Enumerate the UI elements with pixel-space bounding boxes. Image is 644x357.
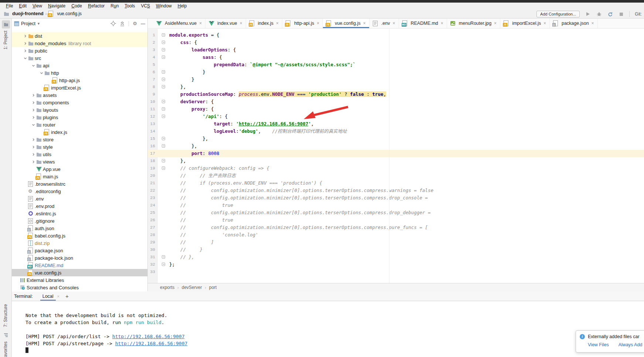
project-tool-window-button-icon[interactable] — [2, 20, 10, 28]
tree-item-utils[interactable]: utils — [12, 151, 147, 158]
code-line-7[interactable]: 7 } — [148, 76, 644, 83]
chevron-collapsed-icon[interactable] — [30, 93, 36, 97]
fold-marker-icon[interactable] — [162, 70, 165, 74]
code-line-18[interactable]: 18 }, — [148, 157, 644, 165]
menu-edit[interactable]: Edit — [16, 3, 30, 10]
tree-item-plugins[interactable]: plugins — [12, 114, 147, 121]
terminal-link[interactable]: http://192.168.66.56:9007 — [115, 341, 188, 346]
chevron-collapsed-icon[interactable] — [30, 101, 36, 105]
code-line-9[interactable]: 9 productionSourceMap: process.env.NODE_… — [148, 91, 644, 98]
menu-help[interactable]: Help — [175, 3, 190, 10]
fold-marker-icon[interactable] — [162, 78, 165, 81]
code-line-16[interactable]: 16 }, — [148, 142, 644, 150]
git-branch-widget[interactable]: Git: — [635, 11, 642, 17]
tree-item-public[interactable]: public — [12, 47, 147, 54]
editor-breadcrumb-port[interactable]: port — [209, 285, 217, 290]
tree-item-components[interactable]: components — [12, 99, 147, 106]
chevron-expanded-icon[interactable] — [22, 56, 28, 60]
update-project-icon[interactable] — [607, 11, 613, 17]
tree-item-external-libraries[interactable]: External Libraries — [12, 276, 147, 284]
tree-item-eslintrc-js[interactable]: .eslintrc.js — [12, 210, 147, 217]
tree-item-env-prod[interactable]: .env.prod — [12, 202, 147, 210]
code-line-15[interactable]: 15 }, — [148, 135, 644, 142]
editor-tab-vue-config-js[interactable]: JSvue.config.js× — [323, 18, 369, 28]
editor-breadcrumb-devserver[interactable]: devServer — [182, 285, 202, 290]
fold-marker-icon[interactable] — [162, 159, 165, 162]
breadcrumb-project[interactable]: duoji-frontend — [12, 11, 44, 16]
add-configuration-button[interactable]: Add Configuration... — [536, 11, 580, 17]
close-tab-icon[interactable]: × — [592, 21, 594, 26]
tree-item-editorconfig[interactable]: ⚙.editorconfig — [12, 188, 147, 195]
settings-gear-icon[interactable]: ⚙ — [133, 21, 137, 26]
code-line-2[interactable]: 2 css: { — [148, 39, 644, 46]
tree-item-dist-zip[interactable]: dist.zip — [12, 239, 147, 247]
tree-item-browserslistrc[interactable]: .browserslistrc — [12, 180, 147, 188]
terminal-output[interactable]: Note that the development build is not o… — [12, 301, 644, 357]
code-line-13[interactable]: 13 target: 'http://192.168.66.56:9007', — [148, 120, 644, 128]
run-icon[interactable] — [585, 11, 591, 17]
chevron-collapsed-icon[interactable] — [30, 108, 36, 112]
code-line-30[interactable]: 30 // } — [148, 246, 644, 253]
tree-item-app-vue[interactable]: App.vue — [12, 165, 147, 173]
fold-marker-icon[interactable] — [162, 100, 165, 103]
chevron-collapsed-icon[interactable] — [22, 49, 28, 53]
debug-icon[interactable] — [596, 11, 602, 17]
tree-item-index-js[interactable]: JSindex.js — [12, 128, 147, 136]
chevron-expanded-icon[interactable] — [30, 64, 36, 68]
structure-tool-icon[interactable] — [2, 331, 10, 339]
editor-tab-http-api-js[interactable]: JShttp-api.js× — [282, 18, 323, 28]
code-editor[interactable]: 1module.exports = {2 css: {3 loaderOptio… — [148, 29, 644, 283]
menu-refactor[interactable]: Refactor — [85, 3, 108, 10]
new-terminal-icon[interactable]: + — [65, 293, 69, 299]
code-line-32[interactable]: 32}; — [148, 261, 644, 268]
editor-tab-menurouter-jpg[interactable]: menuRouter.jpg× — [447, 18, 500, 28]
fold-marker-icon[interactable] — [162, 137, 165, 140]
tree-item-views[interactable]: views — [12, 158, 147, 165]
tree-item-package-lock-json[interactable]: {}package-lock.json — [12, 254, 147, 262]
fold-marker-icon[interactable] — [162, 55, 165, 59]
tree-item-importexcel-js[interactable]: JSimportExcel.js — [12, 84, 147, 91]
code-line-1[interactable]: 1module.exports = { — [148, 31, 644, 39]
tree-item-readme-md[interactable]: MDREADME.md — [12, 262, 147, 269]
code-line-24[interactable]: 24 // true — [148, 202, 644, 209]
stop-icon[interactable] — [618, 11, 624, 17]
code-line-17[interactable]: 17 port: 8008 — [148, 150, 644, 157]
tree-item-http[interactable]: http — [12, 69, 147, 77]
chevron-down-icon[interactable]: ▼ — [37, 22, 40, 26]
tree-item-main-js[interactable]: JSmain.js — [12, 173, 147, 180]
tree-item-style[interactable]: style — [12, 143, 147, 151]
menu-run[interactable]: Run — [108, 3, 122, 10]
close-tab-icon[interactable]: × — [392, 21, 395, 26]
code-line-33[interactable]: 33 — [148, 268, 644, 276]
code-line-10[interactable]: 10 devServer: { — [148, 98, 644, 105]
close-tab-icon[interactable]: × — [363, 21, 366, 26]
code-line-12[interactable]: 12 '/api': { — [148, 113, 644, 120]
tree-item-vue-config-js[interactable]: JSvue.config.js — [12, 269, 147, 276]
fold-marker-icon[interactable] — [162, 115, 165, 118]
menu-tools[interactable]: Tools — [122, 3, 138, 10]
tree-item-dist[interactable]: dist — [12, 32, 147, 40]
menu-file[interactable]: File — [3, 3, 16, 10]
terminal-link[interactable]: http://192.168.66.56:9007 — [112, 334, 185, 339]
tree-item-node-modules[interactable]: node_moduleslibrary root — [12, 40, 147, 47]
chevron-collapsed-icon[interactable] — [30, 138, 36, 142]
menu-view[interactable]: View — [30, 3, 45, 10]
editor-tab-asidemenu-vue[interactable]: AsideMenu.vue× — [153, 18, 205, 28]
code-line-19[interactable]: 19 // configureWebpack: config => { — [148, 165, 644, 172]
tree-item-babel-config-js[interactable]: JSbabel.config.js — [12, 232, 147, 239]
code-line-29[interactable]: 29 // ] — [148, 239, 644, 246]
panel-title[interactable]: Project — [21, 21, 35, 26]
code-line-8[interactable]: 8 }, — [148, 83, 644, 91]
editor-tab-index-vue[interactable]: index.vue× — [205, 18, 246, 28]
notification-action-view-files[interactable]: View Files — [588, 342, 609, 347]
code-line-5[interactable]: 5 prependData: `@import "~@/assets/scss/… — [148, 61, 644, 68]
tree-item-router[interactable]: router — [12, 121, 147, 128]
close-tab-icon[interactable]: × — [317, 21, 319, 26]
terminal-tab-close-icon[interactable]: × — [57, 294, 59, 299]
code-line-22[interactable]: 22 // config.optimization.minimizer[0].o… — [148, 187, 644, 194]
fold-marker-icon[interactable] — [162, 263, 165, 266]
code-line-11[interactable]: 11 proxy: { — [148, 105, 644, 113]
tree-item-layouts[interactable]: layouts — [12, 106, 147, 114]
fold-marker-icon[interactable] — [162, 33, 165, 37]
fold-marker-icon[interactable] — [162, 166, 165, 170]
